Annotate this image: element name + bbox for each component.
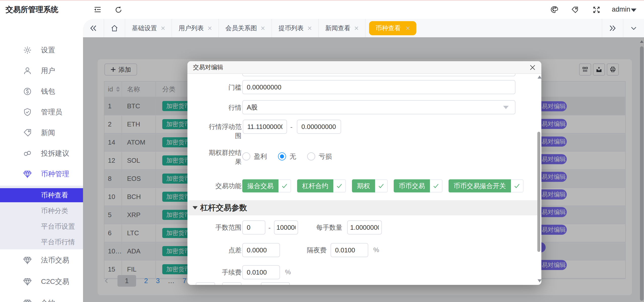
sidebar-item-c2c-trade[interactable]: C2C交易 (0, 275, 83, 289)
tab-item[interactable]: 会员关系图 (219, 19, 271, 37)
tag-icon[interactable] (571, 6, 579, 14)
tab-label: 用户列表 (179, 24, 204, 32)
option-control-radios: 盈利 无 亏损 (242, 149, 332, 163)
close-icon[interactable] (208, 26, 212, 30)
field-label-spread: 点差 (187, 246, 242, 255)
sidebar-item-users[interactable]: 用户 (0, 64, 83, 78)
dollar-icon (23, 87, 32, 96)
field-label-features: 交易功能 (187, 181, 242, 190)
tab-item[interactable]: 用户列表 (172, 19, 218, 37)
sidebar-item-label: 法币交易 (41, 253, 69, 267)
tab-item[interactable]: 提币列表 (272, 19, 318, 37)
section-title: 杠杆交易参数 (200, 203, 247, 213)
section-leverage-params[interactable]: 杠杆交易参数 (187, 200, 541, 215)
sidebar-submenu: 币种查看 币种分类 平台币设置 平台币行情 (0, 186, 83, 249)
range-separator: - (290, 123, 293, 131)
sidebar-item-label: 用户 (41, 64, 55, 78)
sidebar-item-wallet[interactable]: 钱包 (0, 84, 83, 98)
tab-item[interactable]: 新闻查看 (319, 19, 365, 37)
diamond-icon (23, 277, 32, 286)
check-icon (511, 179, 524, 192)
field-label-overnight: 隔夜费 (272, 246, 327, 255)
sidebar-item-coin-management[interactable]: 币种管理 (0, 167, 83, 181)
sidebar-item-advice[interactable]: 投拆建议 (0, 146, 83, 160)
collapse-caret-icon (193, 206, 198, 210)
overnight-input[interactable] (331, 243, 368, 257)
sidebar-item-label: 设置 (41, 43, 55, 57)
cutoff-input-bottom (261, 282, 290, 285)
sidebar-subitem-label: 币种查看 (41, 188, 68, 202)
sidebar-item-label: 投拆建议 (41, 146, 69, 160)
sidebar-item-contract[interactable]: 合约 (0, 296, 83, 302)
toggle-options[interactable]: 期权 (352, 179, 388, 192)
tab-item-active[interactable]: 币种查看 (369, 21, 416, 35)
sidebar-item-news[interactable]: 新闻 (0, 126, 83, 140)
close-icon[interactable] (406, 26, 410, 30)
close-icon[interactable] (529, 64, 536, 71)
tab-item[interactable]: 基础设置 (125, 19, 172, 37)
fullscreen-icon[interactable] (593, 6, 601, 14)
float-range-from-input[interactable] (243, 120, 287, 134)
per-lot-input[interactable] (347, 220, 382, 234)
check-icon (278, 179, 291, 192)
diamond-icon (23, 299, 32, 302)
refresh-icon[interactable] (115, 6, 123, 14)
sidebar-subitem-coin-view[interactable]: 币种查看 (0, 188, 83, 202)
collapse-sidebar-icon[interactable] (94, 6, 102, 14)
gear-icon (23, 46, 32, 54)
field-label-per-lot: 每手数量 (291, 223, 342, 232)
tab-label: 基础设置 (132, 24, 157, 32)
threshold-input[interactable] (242, 80, 515, 94)
sidebar-item-fiat-trade[interactable]: 法币交易 (0, 253, 83, 267)
market-select[interactable]: A股 (242, 100, 515, 114)
range-separator: - (268, 224, 271, 232)
user-menu[interactable]: admin (612, 0, 630, 19)
field-label-market: 行情 (187, 103, 242, 112)
toggle-spot-matching-switch[interactable]: 币币交易撮合开关 (449, 179, 524, 192)
theme-palette-icon[interactable] (550, 6, 558, 14)
tag-icon (23, 128, 32, 137)
percent-sign: % (373, 246, 379, 254)
sidebar-item-settings[interactable]: 设置 (0, 43, 83, 57)
sidebar-subitem-label: 平台币行情 (41, 235, 75, 249)
sidebar-subitem-platform-coin-market[interactable]: 平台币行情 (0, 235, 83, 249)
dialog-scrollbar-thumb[interactable] (537, 132, 540, 252)
chevron-double-left-icon[interactable] (90, 24, 97, 32)
close-icon[interactable] (161, 26, 165, 30)
sidebar-subitem-label: 平台币设置 (41, 219, 75, 233)
close-icon[interactable] (354, 26, 358, 30)
cutoff-input-bottom (196, 282, 215, 285)
toggle-leverage-contract[interactable]: 杠杆合约 (297, 179, 346, 192)
chevron-down-icon[interactable] (630, 24, 637, 32)
divider (365, 19, 366, 37)
close-icon[interactable] (261, 26, 265, 30)
close-icon[interactable] (308, 26, 312, 30)
toggle-matching-trade[interactable]: 撮合交易 (242, 179, 291, 192)
float-range-to-input[interactable] (297, 120, 341, 134)
username: admin (612, 6, 630, 13)
lots-from-input[interactable] (242, 220, 265, 234)
diamond-icon (23, 170, 32, 178)
sidebar-item-admins[interactable]: 管理员 (0, 105, 83, 119)
sidebar-subitem-platform-coin-settings[interactable]: 平台币设置 (0, 219, 83, 233)
home-icon[interactable] (111, 24, 118, 32)
toggle-spot-trade[interactable]: 币币交易 (394, 179, 442, 192)
select-caret-icon (503, 106, 509, 109)
dialog-header: 交易对编辑 (187, 61, 541, 74)
divider (623, 19, 623, 37)
progress-line (0, 0, 644, 1)
field-label-lots-range: 手数范围 (187, 223, 242, 232)
fee-input[interactable] (242, 265, 280, 279)
dialog-scroll-up-icon[interactable] (538, 76, 541, 79)
radio-profit[interactable]: 盈利 (242, 152, 267, 161)
sidebar-item-label: 管理员 (41, 105, 62, 119)
market-select-value: A股 (247, 104, 258, 111)
dialog-scroll-down-icon[interactable] (538, 279, 541, 282)
radio-none[interactable]: 无 (278, 152, 296, 161)
percent-sign: % (285, 268, 291, 276)
chevron-double-right-icon[interactable] (609, 24, 616, 32)
app-title: 交易所管理系统 (6, 0, 58, 19)
shield-check-icon (23, 108, 32, 116)
radio-loss[interactable]: 亏损 (307, 152, 332, 161)
sidebar-subitem-coin-category[interactable]: 币种分类 (0, 204, 83, 218)
